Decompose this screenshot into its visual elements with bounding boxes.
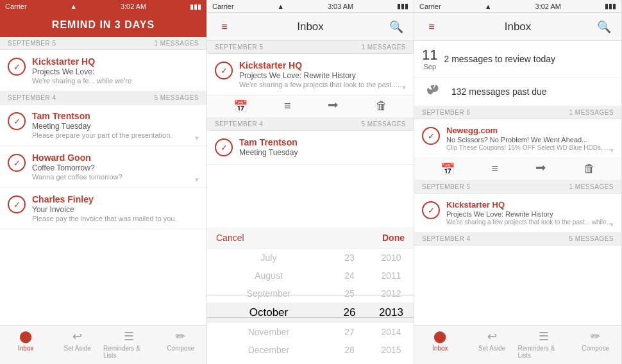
- msg-kickstarter-panel1[interactable]: ✓ Kickstarter HQ Projects We Love: We're…: [0, 50, 206, 92]
- summary-pastdue-row: 132 messages past due: [414, 78, 621, 106]
- picker-year-2014[interactable]: 2014: [369, 323, 414, 341]
- compose-icon-1: ✏: [176, 329, 185, 343]
- carrier-label-2: Carrier: [212, 3, 234, 10]
- trash-action-newegg[interactable]: 🗑: [584, 162, 595, 176]
- panel-remind: Carrier ▲ 3:02 AM ▮▮▮ REMIND IN 3 DAYS S…: [0, 0, 207, 364]
- msg-subject-newegg: No Scissors? No Problem! We Went Ahead..…: [446, 136, 614, 144]
- pastdue-summary-text: 132 messages past due: [451, 87, 547, 97]
- nav-setaside-3[interactable]: ↩ Set Aside: [466, 329, 518, 359]
- picker-day-28[interactable]: 28: [330, 341, 369, 359]
- reminders-label-3: Reminders & Lists: [518, 345, 570, 359]
- picker-done-btn[interactable]: Done: [382, 233, 405, 243]
- msg-howard-panel1[interactable]: ✓ Howard Goon Coffee Tomorrow? Wanna get…: [0, 146, 206, 188]
- msg-sender-charles: Charles Finley: [32, 194, 199, 204]
- setaside-icon-1: ↩: [72, 329, 82, 343]
- calendar-action-icon[interactable]: 📅: [233, 99, 248, 113]
- picker-year-2012[interactable]: 2012: [369, 285, 414, 302]
- msg-preview-ks3: We're sharing a few projects that look t…: [446, 219, 614, 226]
- nav-inbox-1[interactable]: ⬤ Inbox: [0, 329, 52, 359]
- check-icon-ks3[interactable]: ✓: [422, 201, 440, 219]
- check-icon-ks2[interactable]: ✓: [215, 62, 233, 79]
- picker-year-2013[interactable]: 2013: [369, 302, 414, 323]
- msg-tam-panel1[interactable]: ✓ Tam Trentson Meeting Tuesday Please pr…: [0, 104, 206, 146]
- msg-charles-panel1[interactable]: ✓ Charles Finley Your Invoice Please pay…: [0, 188, 206, 229]
- picker-month-september[interactable]: September: [207, 285, 330, 302]
- section-sep4-panel3: SEPTEMBER 4 5 MESSAGES: [414, 233, 621, 245]
- msg-sender-ks2: Kickstarter HQ: [239, 60, 406, 70]
- date-picker-overlay: Cancel Done July August September Octobe…: [207, 228, 414, 364]
- search-icon-3[interactable]: 🔍: [594, 20, 614, 34]
- picker-month-october[interactable]: October: [207, 302, 330, 323]
- picker-month-august[interactable]: August: [207, 267, 330, 285]
- menu-icon-3[interactable]: ≡: [422, 21, 441, 33]
- picker-year-2011[interactable]: 2011: [369, 267, 414, 285]
- picker-day-27[interactable]: 27: [330, 323, 369, 341]
- section-sep4-panel2: SEPTEMBER 4 5 MESSAGES: [207, 118, 414, 131]
- check-icon-newegg[interactable]: ✓: [422, 127, 440, 145]
- picker-month-december[interactable]: December: [207, 341, 330, 359]
- msg-kickstarter-panel3[interactable]: ✓ Kickstarter HQ Projects We Love: Rewri…: [414, 194, 621, 233]
- check-icon-1[interactable]: ✓: [8, 58, 26, 76]
- day-column[interactable]: 23 24 25 26 27 28 29: [330, 249, 369, 364]
- bottom-nav-3: ⬤ Inbox ↩ Set Aside ☰ Reminders & Lists …: [414, 325, 621, 364]
- trash-action-icon[interactable]: 🗑: [376, 99, 387, 113]
- menu-icon-2[interactable]: ≡: [215, 21, 234, 33]
- arrow-newegg: ▼: [609, 147, 615, 154]
- date-badge: 11 Sep: [422, 47, 437, 70]
- year-column[interactable]: 2010 2011 2012 2013 2014 2015 2016: [369, 249, 414, 364]
- reminders-label-1: Reminders & Lists: [103, 345, 155, 359]
- check-icon-tam2[interactable]: ✓: [215, 138, 233, 156]
- calendar-action-newegg[interactable]: 📅: [441, 162, 455, 176]
- carrier-label-3: Carrier: [419, 3, 441, 10]
- msg-preview-newegg: Clip These Coupons! 15% OFF Select WD Bl…: [446, 144, 614, 151]
- check-icon-charles[interactable]: ✓: [8, 195, 26, 213]
- msg-sender-ks3: Kickstarter HQ: [446, 200, 614, 210]
- nav-compose-1[interactable]: ✏ Compose: [155, 329, 207, 359]
- msg-kickstarter-panel2[interactable]: ✓ Kickstarter HQ Projects We Love: Rewri…: [207, 54, 414, 95]
- picker-day-25[interactable]: 25: [330, 285, 369, 302]
- inbox-title-3: Inbox: [441, 21, 594, 33]
- nav-setaside-1[interactable]: ↩ Set Aside: [52, 329, 104, 359]
- msg-preview-ks2: We're sharing a few projects that look t…: [239, 81, 406, 88]
- check-icon-howard[interactable]: ✓: [8, 154, 26, 172]
- nav-inbox-3[interactable]: ⬤ Inbox: [414, 329, 466, 359]
- picker-day-26[interactable]: 26: [330, 302, 369, 323]
- login-action-icon[interactable]: ⮕: [328, 99, 339, 113]
- msg-subject-tam: Meeting Tuesday: [32, 122, 199, 131]
- wifi-icon-2: ▲: [277, 3, 284, 10]
- list-action-newegg[interactable]: ≡: [491, 162, 498, 176]
- setaside-icon-3: ↩: [487, 329, 497, 343]
- msg-newegg-panel3[interactable]: ✓ Newegg.com No Scissors? No Problem! We…: [414, 119, 621, 158]
- picker-month-january[interactable]: January: [207, 359, 330, 364]
- picker-month-july[interactable]: July: [207, 249, 330, 267]
- inbox-label-3: Inbox: [432, 345, 448, 352]
- search-icon-2[interactable]: 🔍: [387, 20, 406, 34]
- nav-reminders-3[interactable]: ☰ Reminders & Lists: [518, 329, 570, 359]
- reminders-icon-1: ☰: [124, 329, 134, 343]
- msg-tam-panel2[interactable]: ✓ Tam Trentson Meeting Tuesday: [207, 131, 414, 165]
- picker-month-november[interactable]: November: [207, 323, 330, 341]
- picker-year-2010[interactable]: 2010: [369, 249, 414, 267]
- wifi-icon-3: ▲: [485, 3, 492, 10]
- nav-reminders-1[interactable]: ☰ Reminders & Lists: [103, 329, 155, 359]
- picker-cancel-btn[interactable]: Cancel: [216, 233, 244, 243]
- list-action-icon[interactable]: ≡: [284, 99, 291, 113]
- compose-label-1: Compose: [167, 345, 194, 352]
- picker-day-29[interactable]: 29: [330, 359, 369, 364]
- section-sep4-panel1: SEPTEMBER 4 5 MESSAGES: [0, 92, 206, 104]
- picker-day-23[interactable]: 23: [330, 249, 369, 267]
- nav-compose-3[interactable]: ✏ Compose: [569, 329, 621, 359]
- battery-icon-3: ▮▮▮: [605, 2, 616, 10]
- panel-inbox-summary: Carrier ▲ 3:02 AM ▮▮▮ ≡ Inbox 🔍 11 Sep 2…: [414, 0, 622, 364]
- picker-year-2016[interactable]: 2016: [369, 359, 414, 364]
- action-bar-newegg: 📅 ≡ ⮕ 🗑: [414, 158, 621, 181]
- login-action-newegg[interactable]: ⮕: [535, 162, 547, 176]
- arrow-ks2: ▼: [401, 84, 407, 91]
- picker-day-24[interactable]: 24: [330, 267, 369, 285]
- section-sep5-panel1: SEPTEMBER 5 1 MESSAGES: [0, 37, 206, 50]
- month-column[interactable]: July August September October November D…: [207, 249, 330, 364]
- summary-review-row: 11 Sep 2 messages to review today: [414, 41, 621, 78]
- check-icon-tam[interactable]: ✓: [8, 112, 26, 130]
- picker-year-2015[interactable]: 2015: [369, 341, 414, 359]
- status-bar-1: Carrier ▲ 3:02 AM ▮▮▮: [0, 0, 206, 13]
